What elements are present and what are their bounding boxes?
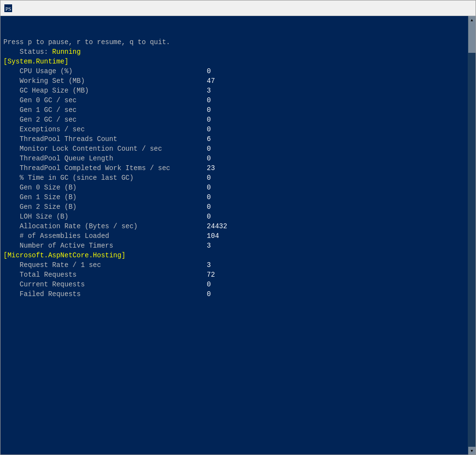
metric-line: Current Requests 0 <box>3 280 465 289</box>
metric-value: 0 <box>207 193 211 201</box>
metric-value: 0 <box>207 281 211 288</box>
metric-value: 3 <box>207 87 211 94</box>
metric-value: 72 <box>207 271 215 279</box>
powershell-window: PS Press p to pause, r to resume, q to q… <box>0 0 476 455</box>
metric-value: 0 <box>207 213 211 220</box>
maximize-button[interactable] <box>427 0 449 16</box>
metric-value: 0 <box>207 174 211 182</box>
metric-line: Exceptions / sec 0 <box>3 125 465 134</box>
scrollbar[interactable]: ▲ ▼ <box>468 16 476 455</box>
svg-text:PS: PS <box>5 6 11 12</box>
metric-line: Gen 1 GC / sec 0 <box>3 105 465 115</box>
metric-value: 0 <box>207 203 211 211</box>
metric-value: 3 <box>207 261 211 269</box>
metric-line: Total Requests 72 <box>3 270 465 280</box>
metric-line: Gen 0 GC / sec 0 <box>3 95 465 105</box>
metric-line: % Time in GC (since last GC) 0 <box>3 173 465 183</box>
metric-line: Allocation Rate (Bytes / sec) 24432 <box>3 221 465 231</box>
metric-value: 47 <box>207 77 215 85</box>
metric-value: 0 <box>207 145 211 153</box>
status-value: Running <box>52 48 81 56</box>
terminal-line: [Microsoft.AspNetCore.Hosting] <box>3 251 465 260</box>
metric-value: 23 <box>207 164 215 172</box>
powershell-icon: PS <box>4 4 12 12</box>
metric-line: Request Rate / 1 sec 3 <box>3 260 465 270</box>
metric-line: Gen 0 Size (B) 0 <box>3 183 465 192</box>
metric-line: ThreadPool Completed Work Items / sec 23 <box>3 163 465 173</box>
metric-line: Gen 1 Size (B) 0 <box>3 192 465 202</box>
metric-line: ThreadPool Threads Count 6 <box>3 134 465 144</box>
metric-line: GC Heap Size (MB) 3 <box>3 86 465 95</box>
metric-line: Number of Active Timers 3 <box>3 241 465 251</box>
metric-value: 6 <box>207 135 211 143</box>
metric-value: 0 <box>207 184 211 191</box>
window-controls <box>405 0 472 16</box>
metric-value: 0 <box>207 116 211 124</box>
metric-line: Monitor Lock Contention Count / sec 0 <box>3 144 465 154</box>
metric-line: CPU Usage (%) 0 <box>3 66 465 76</box>
metric-line: Gen 2 Size (B) 0 <box>3 202 465 212</box>
metric-line: Gen 2 GC / sec 0 <box>3 115 465 125</box>
metric-line: ThreadPool Queue Length 0 <box>3 154 465 163</box>
metric-line: # of Assemblies Loaded 104 <box>3 231 465 241</box>
metric-value: 0 <box>207 106 211 114</box>
minimize-button[interactable] <box>405 0 427 16</box>
metric-value: 24432 <box>207 222 227 230</box>
metric-line: Working Set (MB) 47 <box>3 76 465 86</box>
terminal-line: Press p to pause, r to resume, q to quit… <box>3 37 465 47</box>
scroll-up-arrow[interactable]: ▲ <box>468 16 476 24</box>
close-button[interactable] <box>449 0 472 16</box>
terminal-line: [System.Runtime] <box>3 57 465 66</box>
terminal-output[interactable]: Press p to pause, r to resume, q to quit… <box>0 16 468 455</box>
metric-value: 0 <box>207 67 211 75</box>
status-line: Status: Running <box>3 47 465 57</box>
metric-value: 0 <box>207 155 211 162</box>
metric-value: 0 <box>207 96 211 104</box>
metric-line: Failed Requests 0 <box>3 289 465 299</box>
scroll-track <box>468 24 476 447</box>
metric-value: 3 <box>207 242 211 250</box>
scroll-down-arrow[interactable]: ▼ <box>468 447 476 455</box>
title-bar: PS <box>0 0 476 16</box>
metric-line: LOH Size (B) 0 <box>3 212 465 221</box>
terminal-area: Press p to pause, r to resume, q to quit… <box>0 16 476 455</box>
metric-value: 0 <box>207 290 211 298</box>
scroll-thumb[interactable] <box>468 24 476 53</box>
metric-value: 0 <box>207 126 211 133</box>
metric-value: 104 <box>207 232 219 240</box>
